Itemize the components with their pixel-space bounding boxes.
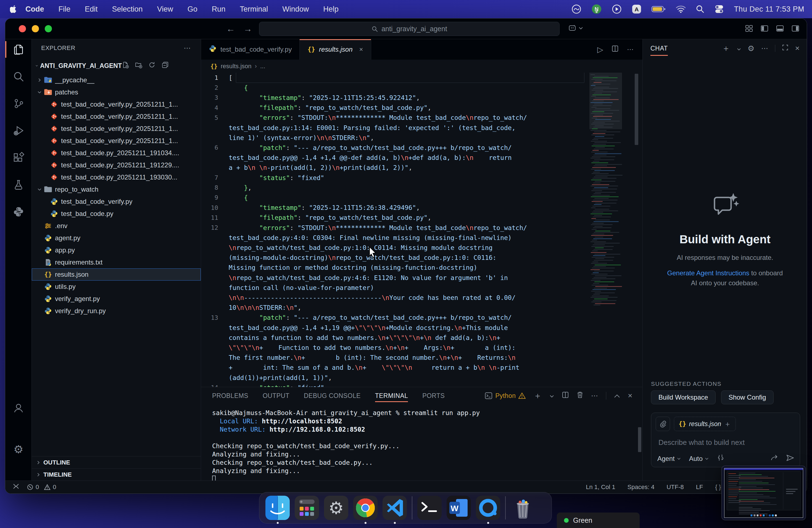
tree-item[interactable]: test_bad_code.py_20251211_191229.... (32, 159, 201, 171)
copilot-icon[interactable] (568, 24, 583, 32)
tree-item[interactable]: .env (32, 220, 201, 232)
menu-bar-clock[interactable]: Thu Dec 11 7:53 PM (734, 5, 804, 14)
activity-testing[interactable] (5, 173, 32, 197)
explorer-more-icon[interactable]: ⋯ (184, 44, 191, 53)
tree-item[interactable]: test_bad_code_verify.py_20251211_1... (32, 98, 201, 111)
tree-item[interactable]: test_bad_code_verify.py_20251211_1... (32, 122, 201, 135)
breadcrumb[interactable]: {} results.json › ... (201, 60, 642, 73)
status-cursor-position[interactable]: Ln 1, Col 1 (586, 484, 615, 491)
menu-terminal[interactable]: Terminal (240, 5, 268, 14)
new-chat-icon[interactable]: ＋ (722, 43, 730, 54)
play-circle-icon[interactable] (612, 4, 622, 14)
nav-back-button[interactable]: ← (226, 24, 235, 34)
activity-search[interactable] (5, 64, 32, 89)
tree-item[interactable]: test_bad_code_verify.py_20251211_1... (32, 135, 201, 147)
dock-terminal-icon[interactable] (417, 496, 441, 520)
toggle-sidebar-icon[interactable] (760, 24, 769, 34)
terminal-scrollbar[interactable] (638, 427, 641, 452)
status-indentation[interactable]: Spaces: 4 (627, 484, 655, 491)
maximize-panel-icon[interactable] (614, 392, 620, 400)
creative-cloud-icon[interactable] (571, 4, 581, 14)
activity-source-control[interactable] (5, 91, 32, 116)
wifi-icon[interactable] (676, 5, 686, 13)
dock-chrome-icon[interactable] (353, 496, 378, 520)
n-app-icon[interactable]: N (591, 4, 602, 14)
chat-input[interactable]: Describe what to build next (658, 438, 744, 447)
tree-item[interactable]: test_bad_code_verify.py (32, 195, 201, 208)
menu-run[interactable]: Run (212, 5, 226, 14)
menu-help[interactable]: Help (323, 5, 338, 14)
tree-item[interactable]: __pycache__ (32, 74, 201, 86)
timeline-section[interactable]: TIMELINE (32, 468, 201, 481)
screen-preview-window[interactable] (721, 466, 806, 520)
tab-test_bad_code_verify.py[interactable]: test_bad_code_verify.py (201, 39, 300, 60)
spotlight-search-icon[interactable] (696, 5, 705, 14)
menu-selection[interactable]: Selection (112, 5, 143, 14)
problems-status[interactable]: 0 0 (27, 484, 56, 491)
battery-icon[interactable] (652, 5, 666, 13)
close-panel-icon[interactable]: × (628, 391, 633, 400)
terminal-profile-icon[interactable]: Python (485, 392, 526, 400)
remote-indicator-icon[interactable] (12, 483, 19, 492)
tree-item[interactable]: test_bad_code.py_20251211_193030... (32, 171, 201, 184)
tree-item[interactable]: utils.py (32, 281, 201, 293)
mode-selector[interactable]: Agent (657, 455, 681, 463)
chat-input-box[interactable]: {} results.json ＋ Describe what to build… (651, 413, 800, 467)
editor-surface[interactable]: 1[2 {3 "timestamp": "2025-12-11T15:25:45… (201, 73, 587, 387)
editor-scrollbar[interactable] (635, 74, 638, 145)
terminal-dropdown-icon[interactable] (550, 392, 554, 400)
outline-section[interactable]: OUTLINE (32, 456, 201, 468)
chat-close-icon[interactable]: × (795, 44, 800, 53)
split-editor-icon[interactable] (611, 45, 619, 54)
panel-tab-debug-console[interactable]: DEBUG CONSOLE (304, 387, 361, 404)
status-eol[interactable]: LF (696, 484, 703, 491)
split-terminal-icon[interactable] (562, 391, 569, 400)
dock-word-icon[interactable]: W (447, 496, 471, 520)
tree-item[interactable]: test_bad_code.py (32, 208, 201, 220)
customize-layout-icon[interactable] (745, 24, 753, 34)
panel-tab-output[interactable]: OUTPUT (263, 387, 289, 404)
panel-tab-problems[interactable]: PROBLEMS (212, 387, 248, 404)
tree-item[interactable]: agent.py (32, 232, 201, 244)
chat-expand-icon[interactable] (782, 44, 788, 53)
control-center-icon[interactable] (714, 4, 724, 14)
status-encoding[interactable]: UTF-8 (666, 484, 684, 491)
collapse-folders-icon[interactable] (162, 61, 169, 70)
minimize-window-button[interactable] (32, 25, 39, 32)
attach-button[interactable] (656, 417, 670, 431)
send-button[interactable] (786, 454, 794, 463)
redo-arrow-icon[interactable] (771, 455, 779, 463)
chat-dropdown-icon[interactable] (737, 44, 741, 53)
toggle-secondary-sidebar-icon[interactable] (791, 24, 800, 34)
menu-go[interactable]: Go (188, 5, 198, 14)
tree-item[interactable]: patches (32, 86, 201, 98)
terminal-more-icon[interactable]: ⋯ (591, 392, 598, 400)
tools-icon[interactable] (717, 454, 724, 463)
activity-python[interactable] (5, 200, 32, 224)
new-folder-icon[interactable] (135, 61, 142, 70)
new-file-icon[interactable] (122, 61, 129, 70)
command-center-search[interactable]: anti_gravity_ai_agent (259, 22, 560, 36)
menu-code[interactable]: Code (25, 5, 44, 14)
panel-tab-ports[interactable]: PORTS (422, 387, 445, 404)
context-chip[interactable]: {} results.json ＋ (674, 417, 736, 431)
minimap[interactable] (590, 73, 622, 387)
a-app-icon[interactable]: A (632, 4, 642, 14)
editor-more-icon[interactable]: ⋯ (627, 46, 634, 53)
tree-item[interactable]: verify_agent.py (32, 293, 201, 305)
run-file-icon[interactable]: ▷ (597, 45, 603, 54)
menu-edit[interactable]: Edit (85, 5, 98, 14)
activity-extensions[interactable] (5, 146, 32, 170)
dock-launchpad-icon[interactable] (295, 496, 319, 520)
menu-file[interactable]: File (59, 5, 71, 14)
tree-item[interactable]: app.py (32, 244, 201, 256)
chat-tab[interactable]: CHAT (650, 39, 668, 57)
toggle-panel-icon[interactable] (776, 24, 784, 34)
model-selector[interactable]: Auto (689, 455, 709, 463)
tree-item[interactable]: requirements.txt (32, 256, 201, 268)
tab-results.json[interactable]: {}results.json× (300, 39, 371, 60)
nav-forward-button[interactable]: → (243, 24, 252, 34)
new-terminal-icon[interactable]: ＋ (533, 390, 541, 401)
activity-settings[interactable]: ⚙ (5, 437, 32, 461)
generate-instructions-link[interactable]: Generate Agent Instructions (667, 269, 750, 277)
